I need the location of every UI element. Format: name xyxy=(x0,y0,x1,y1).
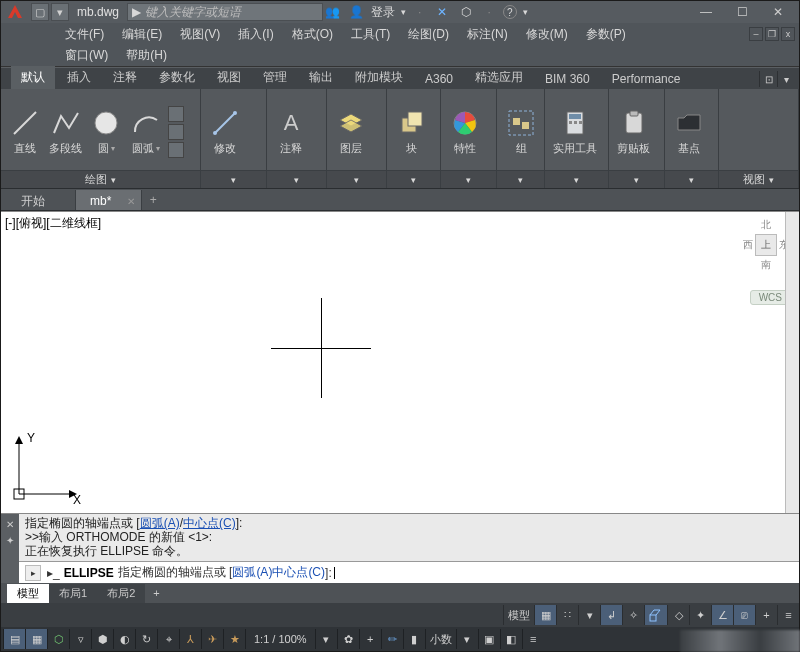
tool-block[interactable]: 块 xyxy=(391,105,431,158)
3d-cube-icon[interactable]: ⬢ xyxy=(91,629,113,649)
menu-file[interactable]: 文件(F) xyxy=(57,24,112,45)
panel-title-draw[interactable]: 绘图▾ xyxy=(1,170,200,188)
cycle-icon[interactable]: ↻ xyxy=(135,629,157,649)
mdi-close-button[interactable]: x xyxy=(781,27,795,41)
maximize-button[interactable]: ☐ xyxy=(725,3,759,21)
walk-icon[interactable]: ⅄ xyxy=(179,629,201,649)
grid-display-icon[interactable]: ▦ xyxy=(534,605,556,625)
lineweight-icon[interactable]: ≡ xyxy=(777,605,799,625)
zoom-dropdown-icon[interactable]: ▾ xyxy=(315,629,337,649)
menu-edit[interactable]: 编辑(E) xyxy=(114,24,170,45)
panel-title-block[interactable]: ▾ xyxy=(387,170,440,188)
panel-title-view[interactable]: 视图▾ xyxy=(719,170,798,188)
menu-modify[interactable]: 修改(M) xyxy=(518,24,576,45)
tool-utilities[interactable]: 实用工具 xyxy=(549,105,601,158)
gizmo-icon[interactable]: ⬡ xyxy=(47,629,69,649)
new-tab-button[interactable]: + xyxy=(142,190,164,210)
panel-title-base[interactable]: ▾ xyxy=(665,170,718,188)
annotation-scale-icon[interactable]: ▮ xyxy=(403,629,425,649)
isoplane-icon[interactable] xyxy=(644,605,667,625)
tab-output[interactable]: 输出 xyxy=(299,66,343,89)
menu-window[interactable]: 窗口(W) xyxy=(57,45,116,66)
tool-annotate[interactable]: A 注释 xyxy=(271,105,311,158)
file-tab-start[interactable]: 开始 xyxy=(7,190,76,210)
snap-mode-icon[interactable]: ∷ xyxy=(556,605,578,625)
option-center[interactable]: 中心点(C) xyxy=(183,516,236,530)
otrack-icon[interactable]: ∠ xyxy=(711,605,733,625)
close-button[interactable]: ✕ xyxy=(761,3,795,21)
cmd-options-icon[interactable]: ✦ xyxy=(4,534,16,546)
tool-clipboard[interactable]: 剪贴板 xyxy=(613,105,654,158)
menu-help[interactable]: 帮助(H) xyxy=(118,45,175,66)
add-scale-icon[interactable]: + xyxy=(359,629,381,649)
tool-group[interactable]: 组 xyxy=(501,105,541,158)
mini-tool-hatch-icon[interactable] xyxy=(168,124,184,140)
customization-icon[interactable]: ≡ xyxy=(522,629,544,649)
annotation-icon[interactable]: ✏ xyxy=(381,629,403,649)
mdi-restore-button[interactable]: ❐ xyxy=(765,27,779,41)
panel-title-group[interactable]: ▾ xyxy=(497,170,544,188)
ribbon-minimize-icon[interactable]: ▾ xyxy=(777,71,795,87)
tool-modify[interactable]: 修改 xyxy=(205,105,245,158)
infer-constraints-icon[interactable]: ▾ xyxy=(578,605,600,625)
panel-title-utilities[interactable]: ▾ xyxy=(545,170,608,188)
tab-performance[interactable]: Performance xyxy=(602,69,691,89)
mini-tool-ellipse-icon[interactable] xyxy=(168,142,184,158)
viewcube[interactable]: 北 西 上 东 南 xyxy=(743,218,789,272)
tool-properties[interactable]: 特性 xyxy=(445,105,485,158)
file-tab-document[interactable]: mb*✕ xyxy=(76,190,142,210)
help-search-box[interactable]: ▶ 键入关键字或短语 xyxy=(127,3,323,21)
panel-title-properties[interactable]: ▾ xyxy=(441,170,496,188)
option-arc[interactable]: 圆弧(A) xyxy=(140,516,180,530)
menu-insert[interactable]: 插入(I) xyxy=(230,24,281,45)
panel-title-annotate[interactable]: ▾ xyxy=(267,170,326,188)
ribbon-focus-icon[interactable]: ⊡ xyxy=(759,71,777,87)
dropdown-arrow-icon[interactable]: ▾ xyxy=(523,7,528,17)
menu-tools[interactable]: 工具(T) xyxy=(343,24,398,45)
hardware-accel-icon[interactable]: ◧ xyxy=(500,629,522,649)
layout-tab-2[interactable]: 布局2 xyxy=(97,584,145,603)
workspace-icon[interactable]: ▣ xyxy=(478,629,500,649)
fly-icon[interactable]: ✈ xyxy=(201,629,223,649)
option-arc[interactable]: 圆弧(A) xyxy=(232,564,272,581)
tab-annotate[interactable]: 注释 xyxy=(103,66,147,89)
ortho-mode-icon[interactable]: ↲ xyxy=(600,605,622,625)
command-history-icon[interactable]: ▸ xyxy=(25,565,41,581)
panel-title-modify[interactable]: ▾ xyxy=(201,170,266,188)
dynamic-ucs-icon[interactable]: ⎚ xyxy=(733,605,755,625)
option-center[interactable]: 中心点(C) xyxy=(272,564,325,581)
new-file-icon[interactable]: ▢ xyxy=(31,3,49,21)
units-label[interactable]: 小数 xyxy=(425,629,456,649)
tool-base[interactable]: 基点 xyxy=(669,105,709,158)
cmd-close-icon[interactable]: ✕ xyxy=(4,518,16,530)
tab-manage[interactable]: 管理 xyxy=(253,66,297,89)
layout-tab-model[interactable]: 模型 xyxy=(7,584,49,603)
menu-parametric[interactable]: 参数(P) xyxy=(578,24,634,45)
tool-arc[interactable]: 圆弧▾ xyxy=(126,105,166,158)
dynamic-input-icon[interactable]: + xyxy=(755,605,777,625)
nav-icon[interactable]: ⌖ xyxy=(157,629,179,649)
quick-properties-icon[interactable]: ▤ xyxy=(3,629,25,649)
menu-dimension[interactable]: 标注(N) xyxy=(459,24,516,45)
tab-featured[interactable]: 精选应用 xyxy=(465,66,533,89)
people-icon[interactable]: 👥 xyxy=(323,3,341,21)
filter-icon[interactable]: ▿ xyxy=(69,629,91,649)
dropdown-arrow-icon[interactable]: ▾ xyxy=(401,7,406,17)
command-input[interactable]: ▸ ▸_ ELLIPSE 指定椭圆的轴端点或 [圆弧(A) 中心点(C)]: xyxy=(19,561,799,583)
tab-view[interactable]: 视图 xyxy=(207,66,251,89)
tool-polyline[interactable]: 多段线 xyxy=(45,105,86,158)
steering-icon[interactable]: ★ xyxy=(223,629,245,649)
minimize-button[interactable]: — xyxy=(689,3,723,21)
settings-gear-icon[interactable]: ✿ xyxy=(337,629,359,649)
login-label[interactable]: 登录 xyxy=(371,4,395,21)
panel-title-clipboard[interactable]: ▾ xyxy=(609,170,664,188)
3dosnap-icon[interactable]: ✦ xyxy=(689,605,711,625)
tool-line[interactable]: 直线 xyxy=(5,105,45,158)
mini-tool-rect-icon[interactable] xyxy=(168,106,184,122)
viewcube-top[interactable]: 上 xyxy=(755,234,777,256)
tool-layer[interactable]: 图层 xyxy=(331,105,371,158)
menu-draw[interactable]: 绘图(D) xyxy=(400,24,457,45)
a360-icon[interactable]: ⬡ xyxy=(457,3,475,21)
add-layout-button[interactable]: + xyxy=(145,585,167,601)
osnap-icon[interactable]: ◇ xyxy=(667,605,689,625)
